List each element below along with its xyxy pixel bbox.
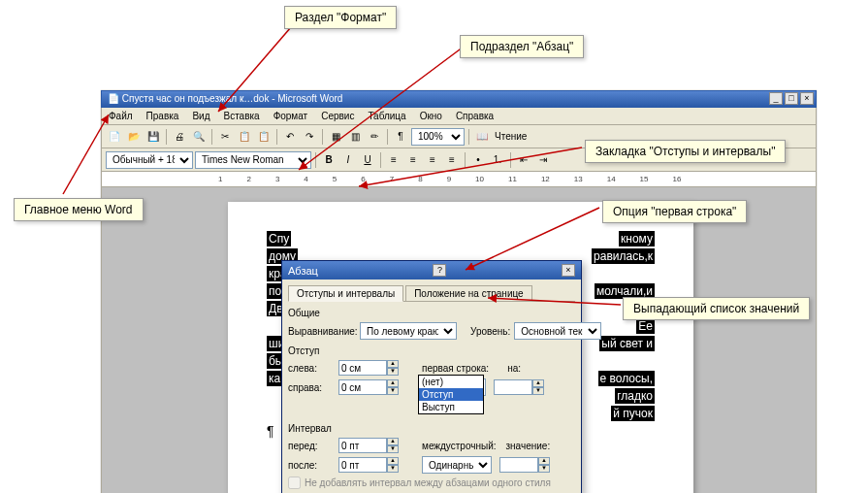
left-label: слева: [288,363,335,374]
bullets-icon[interactable]: • [469,151,487,169]
dropdown-item-hanging[interactable]: Выступ [419,401,483,413]
before-input[interactable] [338,438,387,453]
align-left-icon[interactable]: ≡ [385,151,402,169]
spin-down-icon[interactable]: ▼ [387,445,399,453]
after-label: после: [288,460,335,471]
numbering-icon[interactable]: 1. [489,151,506,169]
callout-paragraph: Подраздел "Абзац" [460,35,584,58]
window-title: Спустя час он подъезжал к…dok - Microsof… [122,93,343,104]
value-label: значение: [506,441,551,451]
firstline-value-input[interactable] [494,379,532,395]
undo-icon[interactable]: ↶ [281,128,299,146]
tab-position[interactable]: Положение на странице [405,285,531,301]
general-label: Общие [288,308,575,318]
spin-up-icon[interactable]: ▲ [387,457,399,465]
dialog-title-text: Абзац [288,265,318,277]
paragraph-marks-icon[interactable]: ¶ [392,128,409,146]
no-space-label: Не добавлять интервал между абзацами одн… [305,477,551,488]
right-input[interactable] [338,379,387,395]
zoom-select[interactable]: 100% [411,128,465,146]
right-label: справа: [288,382,335,393]
level-label: Уровень: [470,326,510,337]
dialog-close-button[interactable]: ? [433,264,446,277]
menubar: Файл Правка Вид Вставка Формат Сервис Та… [101,108,817,125]
menu-help[interactable]: Справка [453,110,497,122]
spin-up-icon[interactable]: ▲ [387,379,399,387]
italic-icon[interactable]: I [339,151,357,169]
copy-icon[interactable]: 📋 [236,128,253,146]
new-icon[interactable]: 📄 [106,128,123,146]
linespacing-select[interactable]: Одинарный [422,456,492,474]
dialog-titlebar[interactable]: Абзац ? × [282,261,581,279]
no-space-checkbox[interactable] [288,477,301,489]
style-select[interactable]: Обычный + 18 г [106,151,193,169]
menu-format[interactable]: Формат [271,110,311,122]
alignment-label: Выравнивание: [288,326,356,337]
reading-icon[interactable]: 📖 [473,128,491,146]
close-button[interactable]: × [800,92,814,105]
bold-icon[interactable]: B [320,151,338,169]
spin-down-icon[interactable]: ▼ [387,465,399,473]
level-select[interactable]: Основной текст [514,322,601,340]
spin-down-icon[interactable]: ▼ [387,387,399,395]
spin-up-icon[interactable]: ▲ [538,457,550,465]
titlebar: 📄 Спустя час он подъезжал к…dok - Micros… [101,90,817,108]
align-center-icon[interactable]: ≡ [404,151,422,169]
callout-format: Раздел "Формат" [284,6,397,29]
dropdown-item-none[interactable]: (нет) [419,376,483,388]
paragraph-dialog: Абзац ? × Отступы и интервалы Положение … [281,260,582,493]
open-icon[interactable]: 📂 [125,128,143,146]
on-label: на: [507,363,521,374]
callout-dropdown: Выпадающий список значений [623,297,810,320]
spin-up-icon[interactable]: ▲ [387,360,399,368]
columns-icon[interactable]: ▥ [346,128,364,146]
dropdown-item-indent[interactable]: Отступ [419,388,483,401]
indent-icon[interactable]: ⇥ [534,151,552,169]
document-area: Спукному домуравилась,к крайн похомолчал… [101,187,817,493]
callout-tab: Закладка "Отступы и интервалы" [585,140,786,163]
menu-view[interactable]: Вид [189,110,212,122]
firstline-dropdown[interactable]: (нет) Отступ Выступ [418,375,484,414]
spin-down-icon[interactable]: ▼ [538,465,550,473]
ruler[interactable]: 12345678910111213141516 [101,172,817,187]
paste-icon[interactable]: 📋 [255,128,273,146]
underline-icon[interactable]: U [359,151,376,169]
outdent-icon[interactable]: ⇤ [515,151,532,169]
spin-up-icon[interactable]: ▲ [387,438,399,445]
before-label: перед: [288,441,335,451]
spin-up-icon[interactable]: ▲ [532,379,544,387]
dialog-close-x[interactable]: × [562,264,575,277]
menu-edit[interactable]: Правка [144,110,182,122]
tab-indents[interactable]: Отступы и интервалы [288,285,403,302]
after-input[interactable] [338,457,387,473]
table-icon[interactable]: ▦ [327,128,344,146]
linespacing-value-input[interactable] [499,457,538,473]
spin-down-icon[interactable]: ▼ [532,387,544,395]
menu-insert[interactable]: Вставка [220,110,262,122]
align-right-icon[interactable]: ≡ [424,151,441,169]
menu-table[interactable]: Таблица [365,110,408,122]
app-icon: 📄 [108,93,119,104]
linespacing-label: междустрочный: [422,441,497,451]
left-input[interactable] [338,360,387,376]
minimize-button[interactable]: _ [769,92,783,105]
maximize-button[interactable]: □ [785,92,798,105]
alignment-select[interactable]: По левому краю [360,322,457,340]
redo-icon[interactable]: ↷ [301,128,318,146]
indent-label: Отступ [288,345,575,356]
callout-mainmenu: Главное меню Word [14,198,144,221]
print-icon[interactable]: 🖨 [171,128,188,146]
reading-label[interactable]: Чтение [493,131,529,142]
spin-down-icon[interactable]: ▼ [387,368,399,376]
firstline-label: первая строка: [422,363,489,374]
font-select[interactable]: Times New Roman [195,151,311,169]
cut-icon[interactable]: ✂ [216,128,234,146]
menu-file[interactable]: Файл [106,110,136,122]
callout-option: Опция "первая строка" [602,200,747,223]
save-icon[interactable]: 💾 [145,128,162,146]
menu-service[interactable]: Сервис [318,110,357,122]
preview-icon[interactable]: 🔍 [190,128,208,146]
justify-icon[interactable]: ≡ [443,151,461,169]
menu-window[interactable]: Окно [417,110,445,122]
drawing-icon[interactable]: ✏ [366,128,383,146]
